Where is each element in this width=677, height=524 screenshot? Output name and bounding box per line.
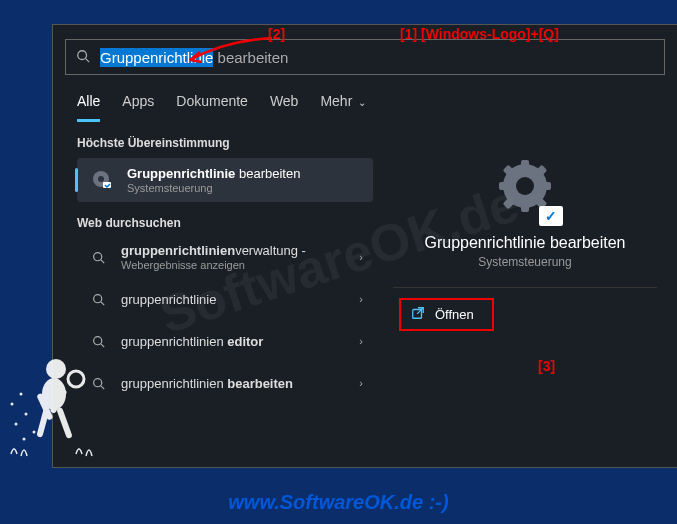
detail-pane: ✓ Gruppenrichtlinie bearbeiten Systemste… — [383, 136, 677, 404]
search-icon — [87, 243, 109, 271]
svg-point-0 — [78, 50, 87, 59]
svg-point-33 — [11, 403, 14, 406]
svg-line-10 — [100, 343, 103, 346]
search-icon — [76, 49, 90, 66]
result-title: gruppenrichtlinien editor — [121, 334, 353, 349]
chevron-right-icon: › — [359, 293, 363, 305]
svg-point-11 — [93, 378, 101, 386]
chevron-right-icon: › — [359, 377, 363, 389]
result-subtitle: Systemsteuerung — [127, 182, 363, 194]
open-label: Öffnen — [435, 307, 474, 322]
result-title: Gruppenrichtlinie bearbeiten — [127, 166, 363, 181]
tab-web[interactable]: Web — [270, 93, 299, 122]
annotation-3: [3] — [538, 358, 555, 374]
web-result[interactable]: gruppenrichtlinienverwaltung - Webergebn… — [77, 236, 373, 278]
divider — [393, 287, 657, 288]
chevron-right-icon: › — [359, 335, 363, 347]
gear-icon — [87, 166, 115, 194]
result-title: gruppenrichtlinien bearbeiten — [121, 376, 353, 391]
svg-rect-28 — [36, 407, 50, 438]
result-title: gruppenrichtlinie — [121, 292, 353, 307]
chevron-down-icon: ⌄ — [355, 97, 366, 108]
open-external-icon — [411, 306, 425, 323]
tab-documents[interactable]: Dokumente — [176, 93, 248, 122]
tab-all[interactable]: Alle — [77, 93, 100, 122]
search-window: Gruppenrichtlinie bearbeiten Alle Apps D… — [52, 24, 677, 468]
svg-point-32 — [25, 413, 28, 416]
tabs: Alle Apps Dokumente Web Mehr ⌄ — [53, 75, 677, 122]
open-button[interactable]: Öffnen — [399, 298, 494, 331]
tab-more[interactable]: Mehr ⌄ — [320, 93, 366, 122]
svg-line-6 — [100, 259, 103, 262]
web-result[interactable]: gruppenrichtlinie › — [77, 278, 373, 320]
web-result[interactable]: gruppenrichtlinien bearbeiten › — [77, 362, 373, 404]
svg-line-1 — [86, 58, 90, 62]
search-icon — [87, 327, 109, 355]
svg-rect-17 — [541, 182, 551, 190]
annotation-2: [2] — [268, 26, 285, 42]
svg-point-7 — [93, 294, 101, 302]
annotation-1: [1] [Windows-Logo]+[Q] — [400, 26, 559, 42]
svg-point-31 — [15, 423, 18, 426]
best-match-header: Höchste Übereinstimmung — [77, 136, 373, 150]
svg-point-3 — [98, 176, 104, 182]
search-icon — [87, 369, 109, 397]
svg-point-34 — [20, 393, 23, 396]
svg-point-9 — [93, 336, 101, 344]
svg-rect-26 — [36, 393, 53, 421]
result-title: gruppenrichtlinienverwaltung - — [121, 243, 353, 258]
search-text: Gruppenrichtlinie bearbeiten — [100, 49, 288, 66]
svg-point-22 — [516, 177, 534, 195]
detail-subtitle: Systemsteuerung — [393, 255, 657, 269]
svg-rect-15 — [521, 202, 529, 212]
check-badge-icon: ✓ — [539, 206, 563, 226]
search-input[interactable]: Gruppenrichtlinie bearbeiten — [65, 39, 665, 75]
svg-line-8 — [100, 301, 103, 304]
svg-line-12 — [100, 385, 103, 388]
svg-point-5 — [93, 252, 101, 260]
best-match-result[interactable]: Gruppenrichtlinie bearbeiten Systemsteue… — [77, 158, 373, 202]
svg-rect-16 — [499, 182, 509, 190]
svg-point-36 — [33, 431, 36, 434]
web-search-header: Web durchsuchen — [77, 216, 373, 230]
svg-rect-14 — [521, 160, 529, 170]
svg-point-35 — [23, 438, 26, 441]
result-subtitle: Webergebnisse anzeigen — [121, 259, 353, 271]
chevron-right-icon: › — [359, 251, 363, 263]
search-icon — [87, 285, 109, 313]
detail-title: Gruppenrichtlinie bearbeiten — [393, 234, 657, 252]
footer-link: www.SoftwareOK.de :-) — [0, 491, 677, 514]
tab-apps[interactable]: Apps — [122, 93, 154, 122]
web-result[interactable]: gruppenrichtlinien editor › — [77, 320, 373, 362]
gear-icon-large: ✓ — [491, 156, 559, 224]
